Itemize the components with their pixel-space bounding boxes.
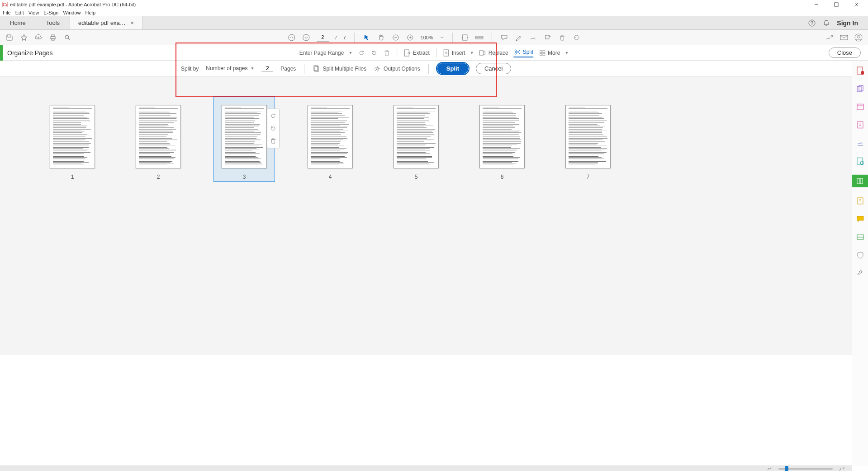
maximize-button[interactable] [826,0,846,9]
menu-file[interactable]: File [3,10,11,15]
thumbnail-controls [267,109,280,148]
split-mode-dropdown[interactable]: Number of pages ▼ [206,65,254,72]
comment-tool-icon[interactable] [856,214,865,224]
menu-edit[interactable]: Edit [15,10,24,15]
split-multiple-button[interactable]: Split Multiple Files [313,65,366,72]
request-signatures-icon[interactable] [856,157,865,166]
toolbar-separator [354,33,355,43]
comment-icon[interactable] [500,33,508,42]
rotate-icon[interactable] [573,33,581,42]
bell-icon[interactable] [822,19,830,27]
insert-button[interactable]: Insert ▼ [443,49,474,57]
svg-rect-23 [545,35,549,39]
sign-icon[interactable] [529,33,537,42]
close-panel-button[interactable]: Close [829,48,861,58]
svg-rect-9 [52,35,54,37]
stamp-icon[interactable] [544,33,552,42]
tab-file-close-icon[interactable]: × [130,19,134,26]
rotate-cw-icon[interactable] [370,49,378,57]
close-window-button[interactable] [846,0,866,9]
search-icon[interactable] [63,33,71,42]
fill-sign-icon[interactable] [856,138,865,147]
create-pdf-icon[interactable] [856,66,865,75]
split-confirm-button[interactable]: Split [437,63,469,74]
split-count-input[interactable] [261,65,273,72]
chevron-down-icon[interactable] [440,33,444,42]
attach-icon[interactable] [825,33,834,42]
menu-help[interactable]: Help [85,10,96,15]
pointer-icon[interactable] [363,33,371,42]
output-options-button[interactable]: Output Options [374,65,420,72]
slider-handle[interactable] [785,466,788,471]
rotate-ccw-icon[interactable] [269,112,277,120]
delete-icon[interactable] [558,33,566,42]
large-thumb-icon[interactable] [839,466,844,471]
thumbnail-image [222,105,267,168]
trash-icon[interactable] [269,137,277,145]
zoom-level[interactable]: 100% [421,35,433,40]
extract-button[interactable]: Extract [403,49,429,57]
protect-icon[interactable] [856,251,865,260]
hand-icon[interactable] [377,33,385,42]
menu-window[interactable]: Window [63,10,81,15]
svg-text:?: ? [811,21,814,26]
extract-icon [403,49,411,57]
tab-tools[interactable]: Tools [36,16,70,29]
tab-file[interactable]: editable pdf exampl... × [70,16,142,29]
more-tools-icon[interactable] [856,269,865,278]
highlight-icon[interactable] [515,33,523,42]
separator [304,64,304,74]
page-number-input[interactable] [316,33,329,42]
page-up-icon[interactable] [287,33,295,42]
page-thumbnail[interactable]: 5 [394,105,439,180]
menu-view[interactable]: View [28,10,39,15]
more-button[interactable]: More ▼ [539,49,569,57]
star-icon[interactable] [20,33,28,42]
enter-page-range-dropdown[interactable]: Enter Page Range ▼ [299,50,353,56]
email-icon[interactable] [840,33,848,42]
menu-esign[interactable]: E-Sign [43,10,58,15]
account-icon[interactable] [854,33,863,42]
scan-ocr-icon[interactable] [856,233,865,242]
cancel-button[interactable]: Cancel [476,63,511,74]
page-thumbnail[interactable]: 7 [565,105,611,180]
tab-home[interactable]: Home [0,16,36,29]
thumbnail-number: 1 [71,174,74,180]
page-thumbnail[interactable]: 4 [308,105,353,180]
svg-point-27 [857,35,860,38]
minimize-button[interactable] [806,0,826,9]
page-down-icon[interactable] [302,33,310,42]
rotate-cw-icon[interactable] [269,124,277,133]
insert-label: Insert [452,50,465,56]
combine-files-icon[interactable] [856,84,865,93]
zoom-out-icon[interactable] [392,33,400,42]
fit-page-icon[interactable] [475,33,484,42]
svg-rect-20 [463,35,467,40]
main-toolbar: / 7 100% [0,30,868,45]
rotate-ccw-icon[interactable] [358,49,365,57]
svg-rect-50 [857,178,859,184]
organize-pages-icon[interactable] [852,175,868,187]
thumbnail-zoom-slider[interactable] [778,468,833,470]
sign-in-button[interactable]: Sign In [837,19,858,27]
zoom-in-icon[interactable] [406,33,414,42]
trash-icon[interactable] [383,49,390,57]
compress-pdf-icon[interactable] [856,196,865,205]
page-thumbnail[interactable]: 2 [136,105,181,180]
organize-title: Organize Pages [7,49,52,57]
edit-pdf-icon[interactable] [856,102,865,111]
replace-button[interactable]: Replace [479,49,508,57]
help-icon[interactable]: ? [808,19,816,27]
thumbnails-area[interactable]: 12 34567 [0,77,868,355]
page-thumbnail[interactable]: 1 [50,105,95,180]
page-thumbnail[interactable]: 6 [479,105,525,180]
split-button[interactable]: Split [514,48,533,57]
print-icon[interactable] [49,33,57,42]
save-icon[interactable] [5,33,14,42]
bottom-zoom-bar [0,466,852,471]
small-thumb-icon[interactable] [767,466,772,471]
page-thumbnail[interactable]: 3 [213,96,275,182]
fit-width-icon[interactable] [461,33,469,42]
cloud-upload-icon[interactable] [34,33,43,42]
export-pdf-icon[interactable] [856,120,865,129]
